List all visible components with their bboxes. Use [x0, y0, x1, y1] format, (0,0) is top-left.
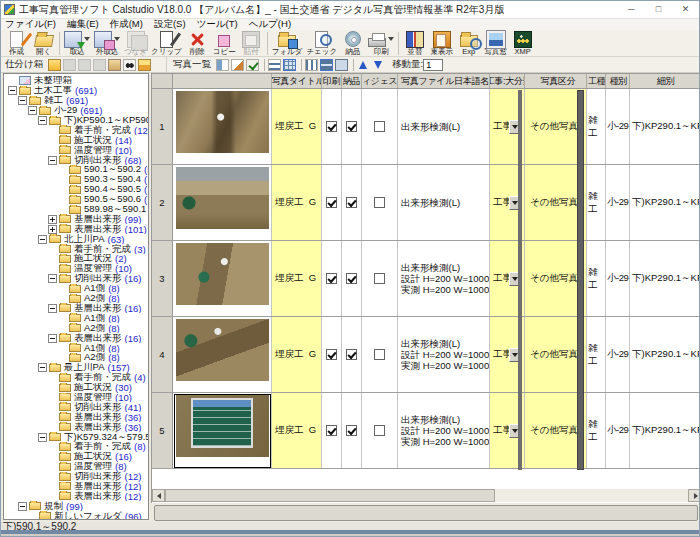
scroll-right-button[interactable]	[688, 489, 700, 502]
tree-item[interactable]: 表層出来形(36)	[6, 422, 148, 432]
tile-view-icon[interactable]	[320, 59, 333, 71]
tree-item[interactable]: 温度管理(10)	[6, 393, 148, 403]
sort-box-icon[interactable]	[138, 59, 151, 71]
saibetsu-cell[interactable]: 下)KP290.1～KP290	[630, 165, 700, 240]
tree-item[interactable]: 北上川PA(63)	[6, 234, 148, 244]
filename-cell[interactable]: 出来形検測(L)	[398, 165, 490, 240]
folder-button[interactable]: フォルダ	[270, 30, 305, 56]
tree-item[interactable]: 最上川PA(157)	[6, 363, 148, 373]
filename-cell[interactable]: 出来形検測(L)設計 H=200 W=1000実測 H=200 W=1000	[398, 317, 490, 392]
collapse-icon[interactable]	[28, 106, 37, 115]
bundle-button[interactable]: 束表示	[428, 30, 455, 56]
scrollbar-thumb[interactable]	[165, 489, 495, 502]
koushu-cell[interactable]: 雑工	[587, 165, 606, 240]
scroll-left-button[interactable]	[152, 489, 165, 502]
close-button[interactable]: ✕	[672, 1, 699, 18]
xmp-button[interactable]: XMP	[509, 30, 536, 56]
tree-item[interactable]: 規制(99)	[6, 501, 148, 511]
minimize-button[interactable]: ─	[618, 1, 645, 18]
photo-thumbnail[interactable]	[176, 243, 269, 305]
digest-checkbox[interactable]	[374, 197, 385, 208]
clip-button[interactable]: クリップ	[149, 30, 184, 56]
monitor-view-icon[interactable]	[335, 59, 348, 71]
tree-item[interactable]: A2側(8)	[6, 294, 148, 304]
collapse-icon[interactable]	[48, 274, 57, 283]
saibetsu-cell[interactable]: 下)KP290.1～KP290	[630, 317, 700, 392]
koushu-cell[interactable]: 雑工	[587, 317, 606, 392]
print-checkbox[interactable]	[326, 425, 337, 436]
saibetsu-cell[interactable]: 下)KP290.1～KP290	[630, 241, 700, 316]
move-down-icon[interactable]	[372, 59, 385, 71]
row-number[interactable]: 1	[152, 89, 173, 164]
sort-button[interactable]: 並替	[401, 30, 428, 56]
deliver-checkbox[interactable]	[346, 121, 357, 132]
tree-item[interactable]: 施工状況(16)	[6, 452, 148, 462]
shubetsu-cell[interactable]: 小-29	[606, 393, 630, 468]
open-button[interactable]: 開く	[30, 30, 57, 56]
horizontal-scrollbar[interactable]	[152, 489, 700, 502]
tree-item[interactable]: A2側(8)	[6, 323, 148, 333]
saibetsu-cell[interactable]: 下)KP290.1～KP290	[630, 89, 700, 164]
photo-title-cell[interactable]: 埋戻工 G	[272, 317, 322, 392]
expand-icon[interactable]	[48, 215, 57, 224]
tree-item[interactable]: 表層出来形(16)	[6, 333, 148, 343]
tree-item[interactable]: 新しいフォルダ(96)	[6, 511, 148, 520]
deliver-checkbox[interactable]	[346, 425, 357, 436]
collapse-icon[interactable]	[18, 96, 27, 105]
tree-item[interactable]: 着手前・完成(12)	[6, 125, 148, 135]
tree-item[interactable]: A1側(8)	[6, 284, 148, 294]
print-checkbox[interactable]	[326, 197, 337, 208]
tree-item[interactable]: 雑工(691)	[6, 96, 148, 106]
tree-item[interactable]: 着手前・完成(8)	[6, 442, 148, 452]
scrollbar-track[interactable]	[165, 489, 688, 502]
tree-item[interactable]: 未整理箱	[6, 76, 148, 86]
list-view-icon[interactable]	[305, 59, 318, 71]
shubetsu-cell[interactable]: 小-29	[606, 165, 630, 240]
filename-cell[interactable]: 出来形検測(L)設計 H=200 W=1000実測 H=200 W=1000	[398, 241, 490, 316]
edit-photo-icon[interactable]	[231, 59, 244, 71]
collapse-icon[interactable]	[48, 334, 57, 343]
deliver-checkbox[interactable]	[346, 197, 357, 208]
deliver-checkbox[interactable]	[346, 273, 357, 284]
row-number[interactable]: 3	[152, 241, 173, 316]
create-button[interactable]: 作成	[3, 30, 30, 56]
tree-item[interactable]: 施工状況(30)	[6, 383, 148, 393]
tree-item[interactable]: 切削出来形(12)	[6, 472, 148, 482]
photo-thumbnail[interactable]	[176, 91, 269, 153]
tree-item[interactable]: 下)K579.324～579.524()	[6, 432, 148, 442]
photo-thumbnail[interactable]	[176, 167, 269, 229]
delete-button[interactable]: 削除	[184, 30, 211, 56]
row-number[interactable]: 4	[152, 317, 173, 392]
tree-item[interactable]: 基層出来形(36)	[6, 412, 148, 422]
ext-import-button[interactable]: 外取込	[92, 30, 122, 56]
tree-item[interactable]: 着手前・完成(4)	[6, 373, 148, 383]
check-photo-icon[interactable]	[246, 59, 259, 71]
photo-thumbnail[interactable]	[176, 395, 269, 457]
new-box-icon[interactable]	[48, 59, 61, 71]
check-button[interactable]: チェック	[304, 30, 339, 56]
dropdown-arrow-icon[interactable]	[388, 37, 394, 41]
photo-title-cell[interactable]: 埋戻工 G	[272, 241, 322, 316]
tree-item[interactable]: 小-29(691)	[6, 106, 148, 116]
photo-list-icon[interactable]	[216, 59, 229, 71]
tree-item[interactable]: 基層出来形(12)	[6, 482, 148, 492]
tree-item[interactable]: A2側(8)	[6, 353, 148, 363]
filename-cell[interactable]: 出来形検測(L)	[398, 89, 490, 164]
tree-item[interactable]: 温度管理(8)	[6, 462, 148, 472]
tree-item[interactable]: 589.98～590.1(9)	[6, 205, 148, 215]
row-number[interactable]: 2	[152, 165, 173, 240]
tree-item[interactable]: 施工状況(14)	[6, 135, 148, 145]
shubetsu-cell[interactable]: 小-29	[606, 241, 630, 316]
digest-checkbox[interactable]	[374, 121, 385, 132]
import-button[interactable]: 取込	[62, 30, 92, 56]
koushu-cell[interactable]: 雑工	[587, 89, 606, 164]
tree-item[interactable]: 590.4～590.5(18)	[6, 185, 148, 195]
photo-title-cell[interactable]: 埋戻工 G	[272, 165, 322, 240]
tree-item[interactable]: 590.1～590.2(5)	[6, 165, 148, 175]
collapse-icon[interactable]	[38, 363, 47, 372]
tree-item[interactable]: 590.5～590.6(18)	[6, 195, 148, 205]
photo-window-button[interactable]: 写真窓	[482, 30, 509, 56]
print-checkbox[interactable]	[326, 349, 337, 360]
dropdown-arrow-icon[interactable]	[84, 37, 90, 41]
print-checkbox[interactable]	[326, 121, 337, 132]
